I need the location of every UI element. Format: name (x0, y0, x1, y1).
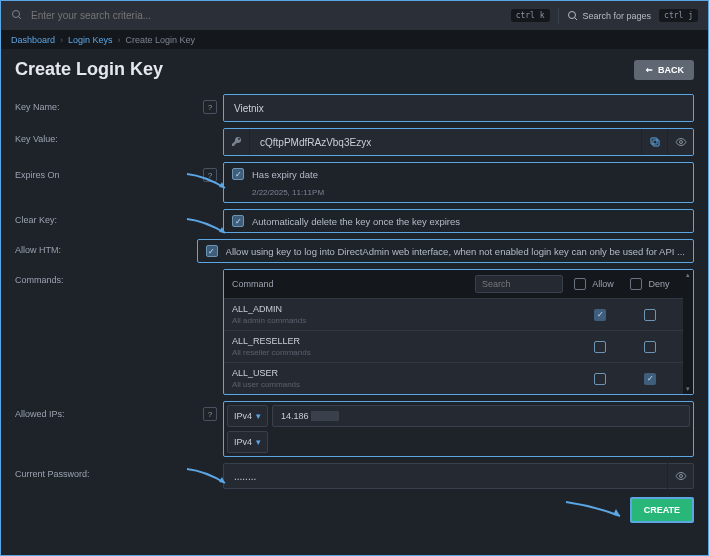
label-current-password: Current Password: (15, 469, 90, 479)
svg-point-2 (568, 11, 575, 18)
help-icon[interactable]: ? (203, 100, 217, 114)
label-allow-htm: Allow HTM: (15, 245, 61, 255)
deny-checkbox[interactable] (644, 373, 656, 385)
svg-line-3 (574, 17, 577, 20)
label-clear-key: Clear Key: (15, 215, 57, 225)
page-title: Create Login Key (15, 59, 163, 80)
back-button[interactable]: BACK (634, 60, 694, 80)
eye-icon[interactable] (667, 129, 693, 155)
label-expires-on: Expires On (15, 170, 60, 180)
scrollbar[interactable]: ▴▾ (683, 270, 693, 394)
label-allowed-ips: Allowed IPs: (15, 409, 65, 419)
create-button[interactable]: CREATE (630, 497, 694, 523)
label-key-value: Key Value: (15, 134, 58, 144)
command-row: ALL_RESELLERAll reseller commands (224, 330, 683, 362)
allow-htm-label: Allow using key to log into DirectAdmin … (226, 246, 685, 257)
crumb-dashboard[interactable]: Dashboard (11, 35, 55, 45)
command-row: ALL_USERAll user commands (224, 362, 683, 394)
clear-key-label: Automatically delete the key once the ke… (252, 216, 460, 227)
search-pages-link[interactable]: Search for pages (567, 10, 652, 22)
copy-icon[interactable] (641, 129, 667, 155)
svg-point-6 (679, 141, 682, 144)
clear-key-checkbox[interactable] (232, 215, 244, 227)
shortcut-badge: ctrl k (511, 9, 550, 22)
allow-htm-checkbox[interactable] (206, 245, 218, 257)
svg-point-0 (13, 10, 20, 17)
crumb-login-keys[interactable]: Login Keys (68, 35, 113, 45)
ip-type-select-1[interactable]: IPv4▾ (227, 431, 268, 453)
search-icon (11, 9, 23, 23)
allow-checkbox[interactable] (594, 309, 606, 321)
breadcrumb: Dashboard › Login Keys › Create Login Ke… (1, 31, 708, 49)
deny-checkbox[interactable] (644, 309, 656, 321)
svg-rect-5 (651, 138, 657, 144)
has-expiry-label: Has expiry date (252, 169, 318, 180)
label-commands: Commands: (15, 275, 64, 285)
current-password-input[interactable] (224, 471, 667, 482)
expiry-value[interactable]: 2/22/2025, 11:11PM (224, 185, 693, 202)
svg-line-1 (19, 16, 22, 19)
allow-checkbox[interactable] (594, 341, 606, 353)
annotation-arrow (564, 500, 624, 520)
shortcut-badge-2: ctrl j (659, 9, 698, 22)
key-name-input[interactable] (224, 103, 693, 114)
key-value-input[interactable] (250, 137, 641, 148)
global-search-input[interactable] (31, 10, 503, 21)
label-key-name: Key Name: (15, 102, 60, 112)
allow-checkbox[interactable] (594, 373, 606, 385)
crumb-current: Create Login Key (126, 35, 196, 45)
allow-all-checkbox[interactable] (574, 278, 586, 290)
help-icon[interactable]: ? (203, 168, 217, 182)
command-row: ALL_ADMINAll admin commands (224, 298, 683, 330)
col-deny: Deny (648, 279, 669, 289)
ip-value-0[interactable]: 14.186 (281, 411, 309, 421)
col-allow: Allow (592, 279, 614, 289)
eye-icon[interactable] (667, 463, 693, 489)
has-expiry-checkbox[interactable] (232, 168, 244, 180)
ip-type-select-0[interactable]: IPv4▾ (227, 405, 268, 427)
col-command: Command (232, 279, 469, 289)
help-icon[interactable]: ? (203, 407, 217, 421)
divider (558, 8, 559, 24)
svg-rect-4 (653, 140, 659, 146)
command-search-input[interactable] (475, 275, 563, 293)
deny-checkbox[interactable] (644, 341, 656, 353)
deny-all-checkbox[interactable] (630, 278, 642, 290)
svg-point-7 (679, 475, 682, 478)
key-icon (224, 129, 250, 155)
